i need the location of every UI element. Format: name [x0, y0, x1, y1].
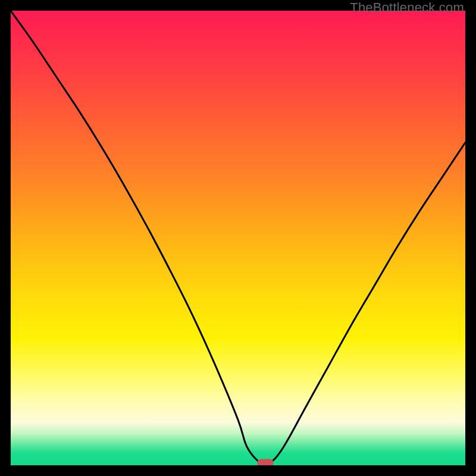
- chart-frame: TheBottleneck.com: [0, 0, 476, 476]
- watermark-text: TheBottleneck.com: [350, 0, 464, 15]
- heat-gradient-background: [11, 11, 465, 465]
- plot-area: [11, 11, 465, 465]
- gradient-plot-svg: [11, 11, 465, 465]
- optimal-point-marker: [257, 459, 273, 465]
